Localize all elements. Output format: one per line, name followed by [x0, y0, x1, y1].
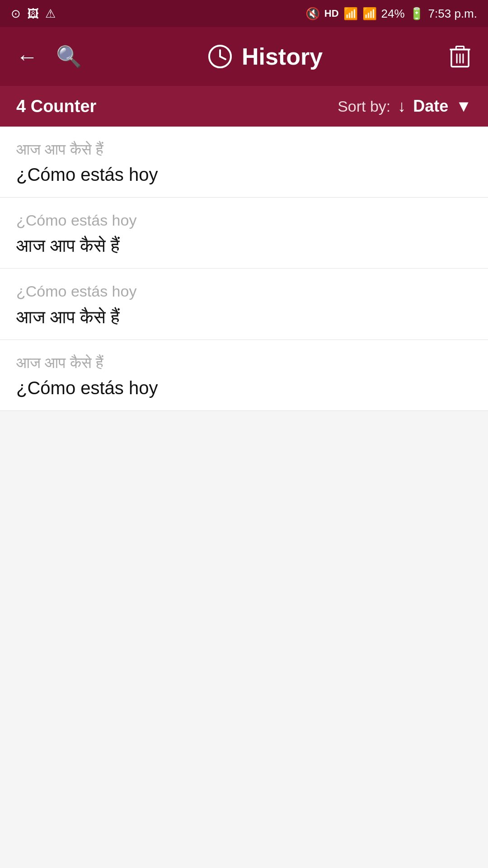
battery-text: 24%: [381, 7, 405, 21]
sort-value: Date: [413, 97, 448, 116]
target-text: ¿Cómo estás hoy: [16, 376, 472, 400]
svg-rect-5: [456, 46, 464, 49]
status-bar: ⊙ 🖼 ⚠ 🔇 HD 📶 📶 24% 🔋 7:53 p.m.: [0, 0, 488, 27]
svg-line-2: [220, 57, 225, 59]
list-item[interactable]: आज आप कैसे हैं ¿Cómo estás hoy: [0, 127, 488, 198]
status-left-icons: ⊙ 🖼 ⚠: [11, 7, 56, 21]
target-text: आज आप कैसे हैं: [16, 305, 472, 329]
header-center: History: [82, 43, 448, 70]
delete-history-button[interactable]: [448, 45, 472, 68]
source-text: आज आप कैसे हैं: [16, 353, 472, 373]
status-right-icons: 🔇 HD 📶 📶 24% 🔋 7:53 p.m.: [305, 7, 477, 21]
sort-dropdown-icon[interactable]: ▼: [455, 97, 472, 116]
source-text: ¿Cómo estás hoy: [16, 210, 472, 230]
header-left: ← 🔍: [16, 44, 82, 69]
source-text: आज आप कैसे हैं: [16, 139, 472, 159]
sort-section[interactable]: Sort by: ↓ Date ▼: [338, 97, 472, 116]
back-button[interactable]: ←: [16, 44, 38, 69]
whatsapp-icon: ⊙: [11, 7, 21, 21]
app-header: ← 🔍 History: [0, 27, 488, 86]
header-right: [448, 45, 472, 68]
signal1-icon: 📶: [343, 7, 358, 21]
sort-direction-icon: ↓: [398, 97, 406, 116]
counter-bar: 4 Counter Sort by: ↓ Date ▼: [0, 86, 488, 127]
mute-icon: 🔇: [305, 7, 320, 21]
image-icon: 🖼: [27, 7, 39, 21]
battery-icon: 🔋: [409, 7, 424, 21]
translation-list: आज आप कैसे हैं ¿Cómo estás hoy ¿Cómo est…: [0, 127, 488, 411]
source-text: ¿Cómo estás hoy: [16, 281, 472, 301]
signal2-icon: 📶: [362, 7, 377, 21]
time-display: 7:53 p.m.: [428, 7, 477, 21]
alert-icon: ⚠: [45, 7, 56, 21]
list-item[interactable]: ¿Cómo estás hoy आज आप कैसे हैं: [0, 269, 488, 340]
clock-icon: [207, 44, 233, 69]
list-item[interactable]: आज आप कैसे हैं ¿Cómo estás hoy: [0, 340, 488, 411]
header-title: History: [242, 43, 323, 70]
list-item[interactable]: ¿Cómo estás hoy आज आप कैसे हैं: [0, 198, 488, 269]
hd-icon: HD: [324, 8, 339, 19]
counter-label: 4 Counter: [16, 97, 96, 116]
sort-by-label: Sort by:: [338, 98, 390, 115]
target-text: आज आप कैसे हैं: [16, 234, 472, 257]
search-button[interactable]: 🔍: [56, 44, 82, 69]
target-text: ¿Cómo estás hoy: [16, 163, 472, 186]
